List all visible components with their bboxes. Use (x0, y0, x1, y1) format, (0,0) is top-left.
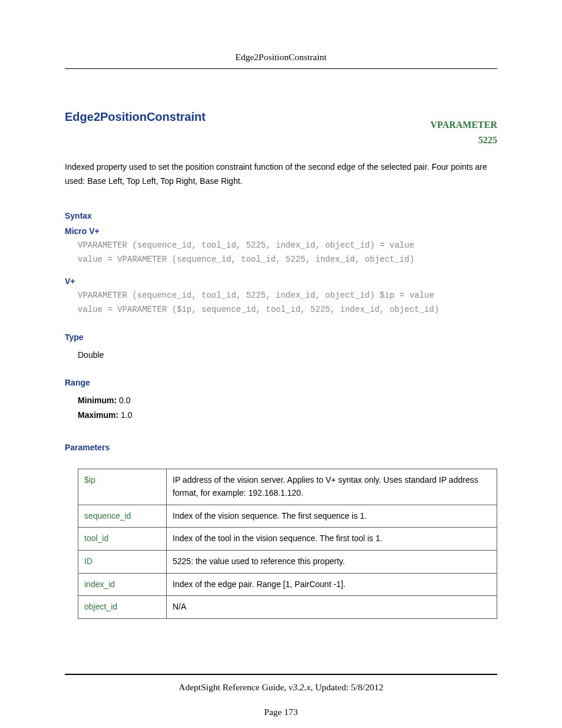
param-desc-cell: 5225: the value used to reference this p… (167, 551, 497, 574)
range-maximum: Maximum: 1.0 (78, 408, 497, 423)
footer-version: , v3.2.x (284, 682, 310, 692)
table-row: index_idIndex of the edge pair. Range [1… (78, 573, 497, 596)
type-value: Double (65, 348, 497, 363)
param-name-cell: ID (78, 551, 167, 574)
param-name-cell: index_id (78, 573, 167, 596)
vplus-heading: V+ (65, 276, 497, 286)
param-name-cell: tool_id (78, 528, 167, 551)
page-number: Page 173 (0, 707, 562, 717)
vparameter-id: 5225 (431, 133, 497, 148)
footer-doc: AdeptSight Reference Guide (178, 682, 284, 692)
page-title: Edge2PositionConstraint (65, 110, 206, 124)
param-desc-cell: Index of the edge pair. Range [1, PairCo… (167, 573, 497, 596)
header-title: Edge2PositionConstraint (236, 52, 327, 62)
parameters-section: Parameters $ipIP address of the vision s… (65, 443, 497, 619)
type-section: Type Double (65, 332, 497, 363)
table-row: $ipIP address of the vision server. Appl… (78, 469, 497, 505)
range-heading: Range (65, 378, 497, 387)
syntax-section: Syntax Micro V+ VPARAMETER (sequence_id,… (65, 211, 497, 317)
page-header: Edge2PositionConstraint (65, 52, 497, 69)
param-desc-cell: N/A (167, 596, 497, 619)
table-row: tool_idIndex of the tool in the vision s… (78, 528, 497, 551)
table-row: sequence_idIndex of the vision sequence.… (78, 505, 497, 528)
param-desc-cell: Index of the tool in the vision sequence… (167, 528, 497, 551)
range-minimum: Minimum: 0.0 (78, 393, 497, 408)
table-row: object_idN/A (78, 596, 497, 619)
vparameter-label: VPARAMETER (431, 117, 497, 133)
microv-heading: Micro V+ (65, 226, 497, 236)
syntax-heading: Syntax (65, 211, 497, 220)
param-desc-cell: Index of the vision sequence. The first … (167, 505, 497, 528)
param-name-cell: $ip (78, 469, 167, 505)
range-section: Range Minimum: 0.0 Maximum: 1.0 (65, 378, 497, 423)
vparameter-badge: VPARAMETER 5225 (431, 117, 497, 147)
param-name-cell: object_id (78, 596, 167, 619)
microv-code: VPARAMETER (sequence_id, tool_id, 5225, … (65, 238, 497, 267)
page-footer: AdeptSight Reference Guide, v3.2.x, Upda… (65, 674, 497, 693)
vplus-code: VPARAMETER (sequence_id, tool_id, 5225, … (65, 288, 497, 317)
parameters-table: $ipIP address of the vision server. Appl… (78, 469, 497, 619)
table-row: ID5225: the value used to reference this… (78, 551, 497, 574)
type-heading: Type (65, 332, 497, 342)
description-text: Indexed property used to set the positio… (65, 160, 497, 189)
footer-updated: , Updated: 5/8/2012 (310, 682, 384, 692)
param-desc-cell: IP address of the vision server. Applies… (167, 469, 497, 505)
param-name-cell: sequence_id (78, 505, 167, 528)
parameters-heading: Parameters (65, 443, 497, 452)
